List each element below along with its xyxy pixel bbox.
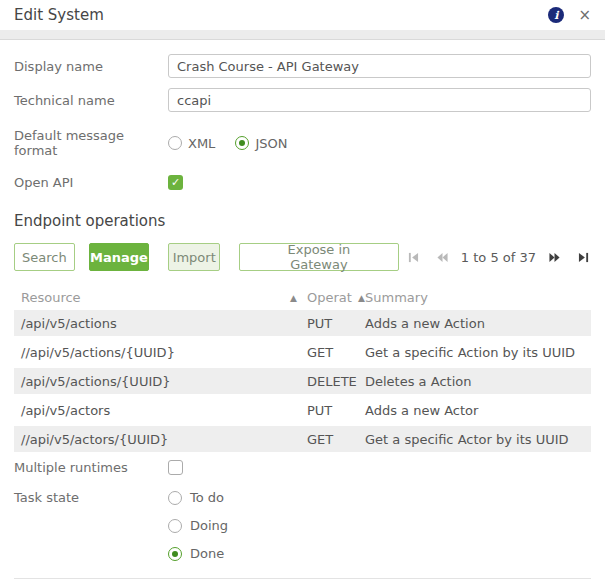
message-format-row: Default message format XML JSON [14,128,591,158]
multiple-runtimes-label: Multiple runtimes [14,460,168,475]
expose-in-gateway-button[interactable]: Expose in Gateway [239,243,399,271]
info-icon[interactable]: i [548,7,564,23]
technical-name-input[interactable] [168,88,591,112]
header-divider [0,30,605,40]
last-page-icon[interactable] [578,252,589,263]
next-page-icon[interactable] [549,252,560,263]
table-row[interactable]: /api/v5/actors PUT Adds a new Actor [14,397,591,423]
multiple-runtimes-row: Multiple runtimes [14,460,591,475]
column-resource[interactable]: Resource [21,290,81,305]
table-header: Resource ▲ Operat ▲ Summary [14,285,591,310]
table-row[interactable]: /api/v5/actions/{UUID} DELETE Deletes a … [14,368,591,394]
task-state-row: Task state To do Doing Done [14,490,591,561]
operations-table: Resource ▲ Operat ▲ Summary /api/v5/acti… [14,285,591,452]
cell-summary: Get a specific Action by its UUID [365,345,591,360]
page-title: Edit System [14,6,548,24]
cell-operation: PUT [307,403,365,418]
radio-json-label: JSON [255,136,287,151]
display-name-row: Display name [14,54,591,78]
close-icon[interactable]: × [578,8,591,23]
operations-toolbar: Search Manage Import Expose in Gateway 1… [14,243,591,271]
display-name-label: Display name [14,59,168,74]
technical-name-label: Technical name [14,93,168,108]
cell-operation: DELETE [307,374,365,389]
column-operation[interactable]: Operat [307,290,352,305]
cell-resource: //api/v5/actors/{UUID} [21,432,168,447]
open-api-label: Open API [14,175,168,190]
cell-resource: /api/v5/actors [21,403,110,418]
manage-button[interactable]: Manage [89,243,150,271]
radio-doing[interactable] [168,519,182,533]
technical-name-row: Technical name [14,88,591,112]
radio-done[interactable] [168,547,182,561]
cell-summary: Adds a new Action [365,316,591,331]
import-button[interactable]: Import [168,243,220,271]
cell-resource: /api/v5/actions [21,316,117,331]
table-row[interactable]: /api/v5/actions PUT Adds a new Action [14,310,591,336]
message-format-options: XML JSON [168,136,301,151]
radio-done-label: Done [190,546,224,561]
table-row[interactable]: //api/v5/actors/{UUID} GET Get a specifi… [14,426,591,452]
cell-summary: Deletes a Action [365,374,591,389]
cell-summary: Get a specific Actor by its UUID [365,432,591,447]
pagination: 1 to 5 of 37 [399,250,591,265]
radio-xml-label: XML [188,136,215,151]
task-state-label: Task state [14,490,168,505]
cell-operation: PUT [307,316,365,331]
cell-resource: /api/v5/actions/{UUID} [21,374,171,389]
radio-json[interactable] [235,136,249,150]
sort-ascending-icon[interactable]: ▲ [290,293,297,303]
table-row[interactable]: //api/v5/actions/{UUID} GET Get a specif… [14,339,591,365]
message-format-label: Default message format [14,128,168,158]
dialog-header: Edit System i × [0,0,605,30]
open-api-checkbox[interactable] [168,175,183,190]
sort-ascending-icon[interactable]: ▲ [358,293,365,303]
open-api-row: Open API [14,175,591,190]
radio-xml[interactable] [168,136,182,150]
endpoint-operations-title: Endpoint operations [14,212,591,230]
cell-summary: Adds a new Actor [365,403,591,418]
edit-system-dialog: Edit System i × Display name Technical n… [0,0,605,582]
task-state-options: To do Doing Done [168,490,242,561]
display-name-input[interactable] [168,54,591,78]
dialog-body: Display name Technical name Default mess… [0,40,605,579]
cell-operation: GET [307,345,365,360]
cell-resource: //api/v5/actions/{UUID} [21,345,175,360]
column-summary[interactable]: Summary [365,290,591,305]
first-page-icon[interactable] [408,252,419,263]
previous-page-icon[interactable] [437,252,448,263]
search-button[interactable]: Search [14,243,75,271]
radio-doing-label: Doing [190,518,228,533]
multiple-runtimes-checkbox[interactable] [168,460,183,475]
pagination-range: 1 to 5 of 37 [461,250,536,265]
cell-operation: GET [307,432,365,447]
radio-todo-label: To do [190,490,224,505]
radio-todo[interactable] [168,491,182,505]
